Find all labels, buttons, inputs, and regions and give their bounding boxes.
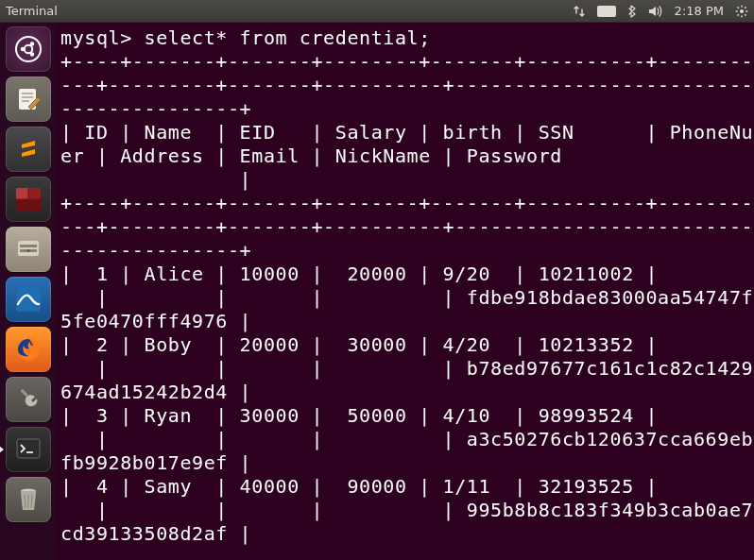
svg-line-5 bbox=[737, 7, 738, 8]
launcher-terminator[interactable] bbox=[6, 177, 51, 222]
launcher-wireshark[interactable] bbox=[6, 277, 51, 322]
svg-rect-23 bbox=[20, 245, 37, 247]
app-title: Terminal bbox=[6, 4, 58, 18]
svg-point-13 bbox=[25, 45, 32, 53]
launcher-firefox[interactable] bbox=[6, 327, 51, 372]
launcher-terminal[interactable] bbox=[6, 427, 51, 472]
svg-rect-20 bbox=[29, 188, 41, 198]
bluetooth-icon[interactable] bbox=[627, 5, 637, 18]
svg-rect-28 bbox=[20, 389, 27, 397]
svg-rect-29 bbox=[17, 439, 40, 458]
svg-rect-22 bbox=[18, 241, 39, 256]
svg-point-0 bbox=[740, 9, 744, 13]
launcher-trash[interactable] bbox=[6, 477, 51, 522]
svg-line-8 bbox=[745, 7, 745, 8]
session-gear-icon[interactable] bbox=[735, 5, 748, 18]
terminal-output[interactable]: mysql> select* from credential; +----+--… bbox=[57, 23, 754, 560]
terminal-text: mysql> select* from credential; +----+--… bbox=[60, 26, 754, 545]
keyboard-layout-indicator[interactable]: En bbox=[597, 6, 616, 17]
top-menubar: Terminal En 2:18 PM bbox=[0, 0, 754, 23]
clock[interactable]: 2:18 PM bbox=[675, 4, 724, 18]
launcher-sublime[interactable] bbox=[6, 127, 51, 172]
launcher-dash[interactable] bbox=[6, 26, 51, 72]
unity-launcher bbox=[0, 23, 57, 560]
network-icon[interactable] bbox=[573, 5, 586, 18]
launcher-settings[interactable] bbox=[6, 377, 51, 422]
sound-icon[interactable] bbox=[648, 5, 663, 18]
svg-line-6 bbox=[745, 14, 745, 15]
svg-line-7 bbox=[737, 14, 738, 15]
svg-rect-21 bbox=[16, 200, 41, 211]
launcher-files[interactable] bbox=[6, 227, 51, 272]
system-tray: En 2:18 PM bbox=[573, 4, 748, 18]
svg-rect-19 bbox=[16, 188, 27, 198]
svg-point-9 bbox=[16, 37, 41, 61]
svg-point-25 bbox=[27, 249, 30, 252]
launcher-text-editor[interactable] bbox=[6, 76, 51, 122]
